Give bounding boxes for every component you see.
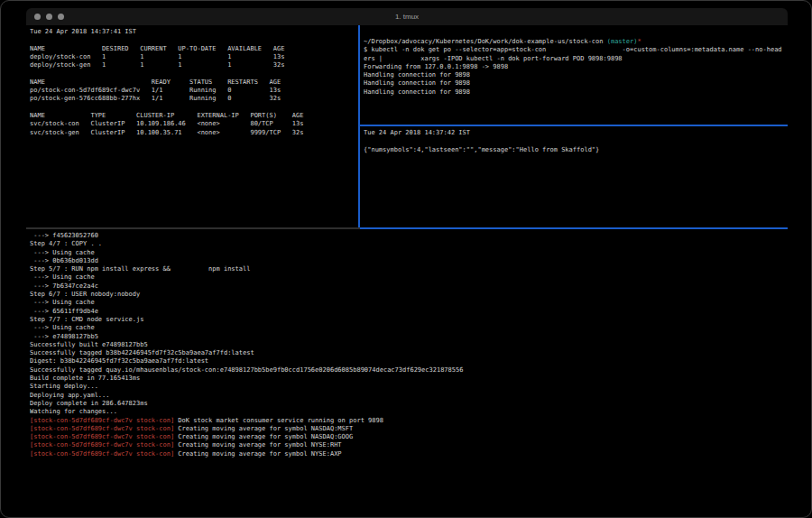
terminal-line: Successfully tagged quay.io/mhausenblas/… xyxy=(30,366,784,375)
terminal-line: ---> 0b636bd013dd xyxy=(30,257,784,265)
terminal-text-segment: ---> 7b6347ce2a4c xyxy=(30,282,98,290)
terminal-text-segment: ~/Dropbox/advocacy/Kubernetes/DoK/work/d… xyxy=(364,38,607,45)
terminal-text-segment: [stock-con-5d7df689cf-dwc7v stock-con] xyxy=(30,450,174,458)
terminal-text-segment: deploy/stock-gen 1 1 1 1 32s xyxy=(30,61,284,69)
terminal-line: deploy/stock-gen 1 1 1 1 32s xyxy=(30,61,357,69)
pane-port-forward[interactable]: ~/Dropbox/advocacy/Kubernetes/DoK/work/d… xyxy=(364,38,784,123)
terminal-line: {"numsymbols":4,"lastseen":"","message":… xyxy=(364,146,784,154)
terminal-line: NAME TYPE CLUSTER-IP EXTERNAL-IP PORT(S)… xyxy=(30,112,357,120)
terminal-text-segment: svc/stock-con ClusterIP 10.109.186.46 <n… xyxy=(30,120,303,127)
terminal-text-segment: [stock-con-5d7df689cf-dwc7v stock-con] xyxy=(30,441,174,449)
terminal-text-segment: [stock-con-5d7df689cf-dwc7v stock-con] xyxy=(30,425,174,432)
terminal-line: [stock-con-5d7df689cf-dwc7v stock-con] C… xyxy=(30,441,784,449)
terminal-text-segment: (master) xyxy=(607,38,638,45)
terminal-text-segment: Handling connection for 9898 xyxy=(364,88,470,96)
terminal-text-segment: NAME READY STATUS RESTARTS AGE xyxy=(30,79,281,86)
terminal-line xyxy=(30,104,357,112)
terminal-text-segment: ---> f45623052760 xyxy=(30,232,98,239)
terminal-line: Step 7/7 : CMD node service.js xyxy=(30,316,784,324)
terminal-line: ---> Using cache xyxy=(30,299,784,307)
terminal-text-segment: Deploy complete in 286.647823ms xyxy=(30,400,148,407)
pane-skaffold-build[interactable]: ---> f45623052760Step 4/7 : COPY . . ---… xyxy=(30,232,784,465)
terminal-line: Handling connection for 9898 xyxy=(364,71,784,79)
pane-border-main-left[interactable] xyxy=(26,227,360,229)
terminal-text-segment: po/stock-con-5d7df689cf-dwc7v 1/1 Runnin… xyxy=(30,87,281,94)
terminal-line: [stock-con-5d7df689cf-dwc7v stock-con] C… xyxy=(30,433,784,441)
terminal-text-segment: ---> Using cache xyxy=(30,273,95,281)
terminal-text-segment: Starting deploy... xyxy=(30,383,98,390)
terminal-line: Step 4/7 : COPY . . xyxy=(30,240,784,248)
terminal-line xyxy=(30,36,357,44)
pane-border-main-right[interactable] xyxy=(360,227,788,229)
terminal-line: Handling connection for 9898 xyxy=(364,88,784,97)
terminal-text-segment: ---> Using cache xyxy=(30,324,95,331)
terminal-text-segment: Step 4/7 : COPY . . xyxy=(30,240,102,247)
terminal-text-segment: ---> 65611ff9db4e xyxy=(30,308,98,315)
terminal-text-segment: Step 6/7 : USER nobody:nobody xyxy=(30,291,140,298)
terminal-text-segment: ers | xargs -IPOD kubectl -n dok port-fo… xyxy=(364,55,623,62)
terminal-line xyxy=(364,137,784,145)
terminal-line xyxy=(30,69,357,78)
terminal-line: Starting deploy... xyxy=(30,383,784,391)
terminal-line: ---> e74898127bb5 xyxy=(30,333,784,341)
terminal-text-segment: $ kubectl -n dok get po --selector=app=s… xyxy=(364,46,782,53)
terminal-text-segment: [stock-con-5d7df689cf-dwc7v stock-con] xyxy=(30,433,174,440)
terminal-line: ---> Using cache xyxy=(30,273,784,282)
terminal-line: Watching for changes... xyxy=(30,408,784,416)
terminal-line: Deploying app.yaml... xyxy=(30,392,784,400)
terminal-line: svc/stock-gen ClusterIP 10.100.35.71 <no… xyxy=(30,129,357,137)
terminal-text-segment: Digest: b38b42246945fd7f32c5ba9aea7af7fd… xyxy=(30,357,208,365)
window-titlebar[interactable]: 1. tmux xyxy=(26,8,788,25)
terminal-text-segment: Forwarding from 127.0.0.1:9898 -> 9898 xyxy=(364,63,508,70)
terminal-line: Build complete in 77.165413ms xyxy=(30,375,784,383)
terminal-line: ers | xargs -IPOD kubectl -n dok port-fo… xyxy=(364,55,784,63)
terminal-text-segment: Handling connection for 9898 xyxy=(364,79,470,87)
terminal-line: Successfully built e74898127bb5 xyxy=(30,341,784,349)
pane-service-output[interactable]: Tue 24 Apr 2018 14:37:42 IST {"numsymbol… xyxy=(364,129,784,225)
terminal-line: [stock-con-5d7df689cf-dwc7v stock-con] C… xyxy=(30,450,784,458)
terminal-text-segment: Creating moving average for symbol NASDA… xyxy=(174,433,353,440)
terminal-text-segment: Creating moving average for symbol NASDA… xyxy=(174,425,353,432)
terminal-line: Tue 24 Apr 2018 14:37:41 IST xyxy=(30,28,357,36)
terminal-text-segment: Successfully built e74898127bb5 xyxy=(30,341,148,348)
pane-border-vertical[interactable] xyxy=(358,25,360,227)
terminal-line: Deploy complete in 286.647823ms xyxy=(30,400,784,408)
terminal-line: Step 6/7 : USER nobody:nobody xyxy=(30,291,784,299)
terminal-line: ---> Using cache xyxy=(30,249,784,257)
terminal-text-segment: ---> Using cache xyxy=(30,249,95,256)
terminal-line: ---> 65611ff9db4e xyxy=(30,308,784,316)
terminal-text-segment: deploy/stock-con 1 1 1 1 13s xyxy=(30,53,284,60)
pane-border-right-horizontal[interactable] xyxy=(360,125,788,126)
terminal-line: svc/stock-con ClusterIP 10.109.186.46 <n… xyxy=(30,120,357,128)
terminal-line: ---> Using cache xyxy=(30,324,784,332)
terminal-text-segment: Build complete in 77.165413ms xyxy=(30,375,140,382)
terminal-text-segment: * xyxy=(637,38,641,45)
terminal-text-segment: Deploying app.yaml... xyxy=(30,392,110,399)
terminal-text-segment: [stock-con-5d7df689cf-dwc7v stock-con] xyxy=(30,417,174,424)
screenshot-frame: 1. tmux Tue 24 Apr 2018 14:37:41 IST NAM… xyxy=(0,0,812,518)
terminal-text-segment: po/stock-gen-576cc688bb-277hx 1/1 Runnin… xyxy=(30,95,281,102)
terminal-text-segment: NAME DESIRED CURRENT UP-TO-DATE AVAILABL… xyxy=(30,45,284,52)
terminal-line: [stock-con-5d7df689cf-dwc7v stock-con] C… xyxy=(30,425,784,433)
terminal-line: Handling connection for 9898 xyxy=(364,79,784,88)
terminal-text-segment: Handling connection for 9898 xyxy=(364,71,470,79)
terminal-text-segment: Tue 24 Apr 2018 14:37:41 IST xyxy=(30,28,136,35)
terminal-text-segment: Creating moving average for symbol NYSE:… xyxy=(174,450,341,458)
pane-kubectl-watch[interactable]: Tue 24 Apr 2018 14:37:41 IST NAME DESIRE… xyxy=(30,28,357,227)
terminal-line: deploy/stock-con 1 1 1 1 13s xyxy=(30,53,357,61)
terminal-line: ---> f45623052760 xyxy=(30,232,784,240)
tmux-session: Tue 24 Apr 2018 14:37:41 IST NAME DESIRE… xyxy=(26,25,788,467)
terminal-text-segment: {"numsymbols":4,"lastseen":"","message":… xyxy=(364,146,599,153)
terminal-text-segment: NAME TYPE CLUSTER-IP EXTERNAL-IP PORT(S)… xyxy=(30,112,303,119)
terminal-line: po/stock-con-5d7df689cf-dwc7v 1/1 Runnin… xyxy=(30,87,357,95)
terminal-line: ---> 7b6347ce2a4c xyxy=(30,282,784,291)
terminal-text-segment: Tue 24 Apr 2018 14:37:42 IST xyxy=(364,129,470,136)
terminal-text-segment: svc/stock-gen ClusterIP 10.100.35.71 <no… xyxy=(30,129,303,136)
terminal-line: Forwarding from 127.0.0.1:9898 -> 9898 xyxy=(364,63,784,71)
terminal-line: NAME READY STATUS RESTARTS AGE xyxy=(30,79,357,87)
terminal-line: [stock-con-5d7df689cf-dwc7v stock-con] D… xyxy=(30,417,784,425)
terminal-line: po/stock-gen-576cc688bb-277hx 1/1 Runnin… xyxy=(30,95,357,103)
terminal-text-segment: Step 5/7 : RUN npm install express && np… xyxy=(30,265,250,273)
terminal-text-segment: Successfully tagged b38b42246945fd7f32c5… xyxy=(30,349,254,356)
terminal-text-segment: Successfully tagged quay.io/mhausenblas/… xyxy=(30,366,463,374)
